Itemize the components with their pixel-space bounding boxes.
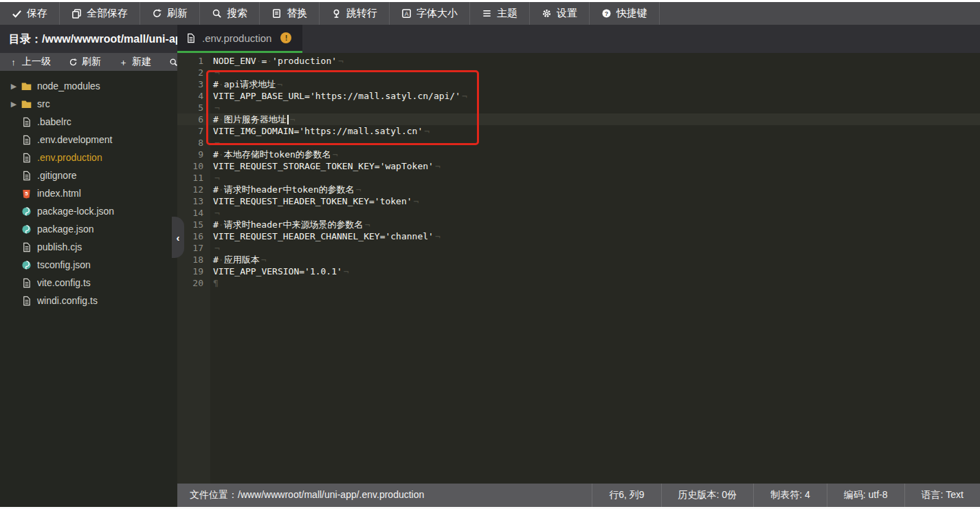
top-toolbar: 保存全部保存刷新搜索替换跳转行A字体大小主题设置?快捷键 — [0, 2, 980, 25]
code-line-11[interactable]: 11¬ — [177, 172, 980, 184]
code-line-6[interactable]: 6#·图片服务器地址¬ — [177, 113, 980, 125]
search-label: 搜索 — [227, 7, 247, 20]
sidebar-collapse-handle[interactable]: ‹ — [172, 217, 184, 258]
file-icon — [21, 241, 32, 252]
line-text: #·本地存储时token的参数名¬ — [210, 149, 338, 160]
file-name: .gitignore — [37, 170, 77, 181]
code-line-18[interactable]: 18#·应用版本¬ — [177, 254, 980, 266]
modified-badge: ! — [280, 32, 291, 43]
file-name: .env.development — [37, 134, 112, 145]
line-number: 18 — [177, 254, 210, 266]
file-icon — [21, 116, 32, 127]
tab-label: .env.production — [202, 32, 271, 44]
eol-marker: ¬ — [213, 173, 220, 183]
line-number: 11 — [177, 172, 210, 184]
sidebar-refresh-button[interactable]: 刷新 — [60, 53, 110, 71]
save-button[interactable]: 保存 — [0, 2, 60, 25]
tree-item-env-development[interactable]: .env.development — [0, 131, 177, 149]
tree-item-env-production[interactable]: .env.production — [0, 149, 177, 166]
code-line-10[interactable]: 10VITE_REQUEST_STORAGE_TOKEN_KEY='wapTok… — [177, 160, 980, 172]
eol-marker: ¬ — [213, 102, 220, 113]
tree-item-babelrc[interactable]: .babelrc — [0, 113, 177, 131]
tree-item-gitignore[interactable]: .gitignore — [0, 166, 177, 184]
tree-item-windi-config-ts[interactable]: windi.config.ts — [0, 292, 177, 310]
folder-icon — [21, 98, 32, 109]
search-button[interactable]: 搜索 — [200, 2, 260, 25]
status-tab-size[interactable]: 制表符: 4 — [753, 484, 827, 507]
line-number: 13 — [177, 195, 210, 207]
file-name: src — [37, 98, 50, 109]
tree-item-package-json[interactable]: package.json — [0, 220, 177, 238]
eol-marker: ¬ — [423, 126, 430, 136]
line-text: ¬ — [210, 102, 220, 113]
eol-marker: ¬ — [331, 149, 338, 160]
line-text: #·图片服务器地址¬ — [210, 113, 295, 125]
code-line-5[interactable]: 5¬ — [177, 102, 980, 113]
status-cursor-position[interactable]: 行6, 列9 — [592, 484, 660, 507]
refresh-label: 刷新 — [167, 7, 188, 20]
line-text: VITE_REQUEST_HEADER_CHANNEL_KEY='channel… — [210, 230, 441, 242]
code-line-16[interactable]: 16VITE_REQUEST_HEADER_CHANNEL_KEY='chann… — [177, 230, 980, 242]
tree-item-publish-cjs[interactable]: publish.cjs — [0, 238, 177, 256]
refresh-icon — [69, 58, 78, 67]
settings-button[interactable]: 设置 — [530, 2, 590, 25]
goto-pin-icon — [331, 8, 342, 19]
line-number: 6 — [177, 113, 210, 125]
line-text: VITE_APP_BASE_URL='https://mall.satyl.cn… — [210, 90, 467, 102]
line-number: 2 — [177, 67, 210, 78]
gear-icon — [542, 8, 552, 19]
code-editor[interactable]: 1NODE_ENV·=·'production'¬2¬3#·api请求地址¬4V… — [177, 53, 980, 484]
code-line-20[interactable]: 20¶ — [177, 277, 980, 289]
code-editor-app: 保存全部保存刷新搜索替换跳转行A字体大小主题设置?快捷键 目录：/www/www… — [0, 0, 980, 509]
sidebar-new-button[interactable]: ＋新建 — [110, 53, 160, 71]
status-language[interactable]: 语言: Text — [904, 484, 980, 507]
tree-item-src[interactable]: ▶src — [0, 95, 177, 113]
code-line-4[interactable]: 4VITE_APP_BASE_URL='https://mall.satyl.c… — [177, 90, 980, 102]
code-line-7[interactable]: 7VITE_IMG_DOMAIN='https://mall.satyl.cn'… — [177, 125, 980, 137]
code-line-15[interactable]: 15#·请求时header中来源场景的参数名¬ — [177, 219, 980, 230]
code-line-3[interactable]: 3#·api请求地址¬ — [177, 78, 980, 90]
expand-arrow-icon[interactable]: ▶ — [8, 100, 19, 109]
line-text: VITE_APP_VERSION='1.0.1'¬ — [210, 266, 349, 277]
code-line-19[interactable]: 19VITE_APP_VERSION='1.0.1'¬ — [177, 266, 980, 277]
help-icon: ? — [601, 8, 612, 19]
font-size-button[interactable]: A字体大小 — [390, 2, 470, 25]
status-encoding[interactable]: 编码: utf-8 — [827, 484, 904, 507]
refresh-button[interactable]: 刷新 — [140, 2, 200, 25]
code-line-14[interactable]: 14¬ — [177, 207, 980, 219]
replace-button[interactable]: 替换 — [260, 2, 320, 25]
file-name: package.json — [37, 224, 94, 235]
json-icon — [21, 224, 32, 235]
tree-item-index-html[interactable]: 5index.html — [0, 184, 177, 202]
up-arrow-icon: ↑ — [9, 58, 18, 67]
expand-arrow-icon[interactable]: ▶ — [8, 82, 19, 91]
code-line-9[interactable]: 9#·本地存储时token的参数名¬ — [177, 149, 980, 160]
status-history[interactable]: 历史版本: 0份 — [661, 484, 754, 507]
code-line-8[interactable]: 8¬ — [177, 137, 980, 149]
theme-button[interactable]: 主题 — [470, 2, 530, 25]
tree-item-vite-config-ts[interactable]: vite.config.ts — [0, 274, 177, 292]
code-line-12[interactable]: 12#·请求时header中token的参数名¬ — [177, 184, 980, 195]
tree-item-package-lock-json[interactable]: package-lock.json — [0, 202, 177, 220]
html5-icon: 5 — [21, 188, 32, 199]
shortcuts-button[interactable]: ?快捷键 — [590, 2, 660, 25]
tree-item-tsconfig-json[interactable]: tsconfig.json — [0, 256, 177, 274]
sidebar-up-level-button[interactable]: ↑上一级 — [0, 53, 60, 71]
tab-env-production[interactable]: .env.production ! — [177, 25, 302, 53]
sidebar-toolbar: ↑上一级刷新＋新建搜索 — [0, 53, 177, 71]
code-line-13[interactable]: 13VITE_REQUEST_HEADER_TOKEN_KEY='token'¬ — [177, 195, 980, 207]
file-sidebar: ↑上一级刷新＋新建搜索 ▶node_modules▶src.babelrc.en… — [0, 53, 177, 507]
file-icon — [21, 134, 32, 145]
tree-item-node_modules[interactable]: ▶node_modules — [0, 77, 177, 95]
save-all-button[interactable]: 全部保存 — [60, 2, 140, 25]
code-line-2[interactable]: 2¬ — [177, 67, 980, 78]
code-line-17[interactable]: 17¬ — [177, 242, 980, 254]
copy-icon — [71, 8, 82, 19]
code-line-1[interactable]: 1NODE_ENV·=·'production'¬ — [177, 55, 980, 67]
status-bar-right: 行6, 列9历史版本: 0份制表符: 4编码: utf-8语言: Text — [592, 484, 980, 507]
file-icon — [186, 33, 196, 43]
goto-line-button[interactable]: 跳转行 — [320, 2, 390, 25]
eol-marker: ¬ — [342, 266, 349, 277]
file-name: vite.config.ts — [37, 277, 91, 288]
line-number: 7 — [177, 125, 210, 137]
